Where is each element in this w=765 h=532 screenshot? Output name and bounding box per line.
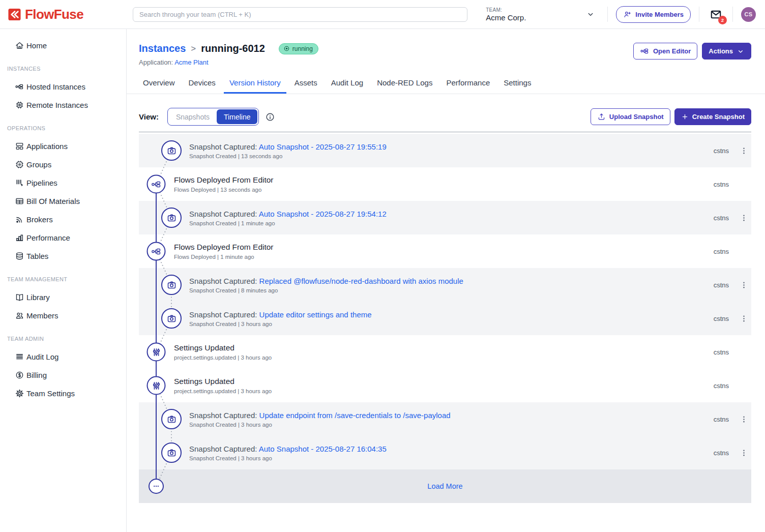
chevron-down-icon [737,47,745,55]
breadcrumb-instances[interactable]: Instances [139,43,186,54]
timeline-row-user: cstns [714,382,729,390]
timeline-row-user: cstns [714,281,729,289]
sidebar-item-remote-instances[interactable]: Remote Instances [0,96,126,114]
snapshot-captured-label: Snapshot Captured: [189,210,259,218]
kebab-menu-button[interactable] [740,314,748,323]
snapshot-captured-label: Snapshot Captured: [189,310,259,319]
snapshot-link[interactable]: Auto Snapshot - 2025-08-27 19:55:19 [259,142,387,151]
snapshot-link[interactable]: Update editor settings and theme [259,310,372,319]
hosted-instances-icon [14,81,24,92]
sidebar-item-label: Groups [26,160,51,169]
sidebar-item-applications[interactable]: Applications [0,137,126,155]
timeline-row-subtitle: Snapshot Created | 1 minute ago [189,220,714,226]
load-more-link[interactable]: Load More [139,482,751,490]
sidebar-item-audit-log[interactable]: Audit Log [0,347,126,366]
tab-audit-log[interactable]: Audit Log [326,74,369,94]
tab-devices[interactable]: Devices [183,74,221,94]
view-toggle-timeline[interactable]: Timeline [217,109,257,124]
tab-overview[interactable]: Overview [137,74,181,94]
upload-snapshot-button[interactable]: Upload Snapshot [591,108,670,125]
notifications-button[interactable]: 2 [710,8,722,21]
billing-icon [14,370,24,380]
camera-icon [166,414,177,425]
sidebar-item-billing[interactable]: Billing [0,366,126,384]
snapshot-link[interactable]: Auto Snapshot - 2025-08-27 16:04:35 [259,445,387,453]
search-input[interactable] [133,7,467,22]
divider [607,7,608,22]
tab-performance[interactable]: Performance [440,74,495,94]
sidebar-item-tables[interactable]: Tables [0,247,126,265]
breadcrumb: Instances > running-6012 running [139,43,318,54]
kebab-menu-button[interactable] [740,449,748,457]
divider [699,7,699,22]
flowfuse-logo[interactable]: FlowFuse [0,7,127,22]
camera-icon [166,313,177,324]
sidebar-item-team-settings[interactable]: Team Settings [0,384,126,402]
timeline-row-title: Snapshot Captured: Update editor setting… [189,310,714,319]
snapshot-captured-label: Snapshot Captured: [189,142,259,151]
timeline-row-snapshot: Snapshot Captured: Replaced @flowfuse/no… [139,268,751,302]
sidebar-item-members[interactable]: Members [0,306,126,324]
version-history-timeline: Snapshot Captured: Auto Snapshot - 2025-… [139,134,751,503]
kebab-menu-button[interactable] [740,146,748,155]
kebab-menu-button[interactable] [740,281,748,289]
kebab-menu-button[interactable] [740,214,748,222]
snapshot-node [161,275,182,295]
snapshot-link[interactable]: Replaced @flowfuse/node-red-dashboard wi… [259,277,463,285]
open-editor-label: Open Editor [653,47,691,55]
status-label: running [292,45,313,52]
team-label: TEAM: [486,7,502,13]
tab-node-red-logs[interactable]: Node-RED Logs [371,74,438,94]
create-snapshot-button[interactable]: Create Snapshot [674,108,751,125]
camera-icon [166,145,177,156]
sidebar-item-library[interactable]: Library [0,288,126,306]
settings-updated-icon [151,346,162,358]
view-toggle-snapshots[interactable]: Snapshots [169,109,217,124]
sidebar-item-groups[interactable]: Groups [0,155,126,173]
camera-icon [166,448,177,458]
more-node [149,479,164,494]
separator [139,132,751,132]
chevron-down-icon[interactable] [586,10,595,19]
sidebar-item-label: Pipelines [26,179,57,187]
snapshot-link[interactable]: Auto Snapshot - 2025-08-27 19:54:12 [259,210,387,218]
pipelines-icon [14,178,24,188]
timeline-row-event: Flows Deployed From EditorFlows Deployed… [139,167,751,201]
sidebar-item-label: Applications [26,142,68,151]
tab-version-history[interactable]: Version History [224,74,286,94]
snapshot-captured-label: Snapshot Captured: [189,277,259,285]
flows-deployed-icon [151,179,162,190]
sidebar-item-hosted-instances[interactable]: Hosted Instances [0,77,126,96]
sidebar-item-performance[interactable]: Performance [0,228,126,247]
timeline-row-snapshot: Snapshot Captured: Auto Snapshot - 2025-… [139,134,751,167]
sidebar-item-bill-of-materials[interactable]: Bill Of Materials [0,192,126,210]
timeline-row-user: cstns [714,416,729,423]
invite-user-icon [623,10,632,19]
instance-tabs: OverviewDevicesVersion HistoryAssetsAudi… [127,74,765,94]
timeline-row-snapshot: Snapshot Captured: Update editor setting… [139,302,751,335]
avatar[interactable]: CS [741,7,756,22]
node-red-editor-icon [640,46,650,56]
team-selector[interactable]: TEAM: Acme Corp. [486,7,526,22]
application-link[interactable]: Acme Plant [174,58,208,66]
invite-members-button[interactable]: Invite Members [616,6,691,23]
snapshot-node [161,442,182,463]
open-editor-button[interactable]: Open Editor [633,43,697,60]
applications-icon [14,141,24,151]
info-icon[interactable] [265,112,275,122]
library-icon [14,292,24,302]
timeline-row-load-more: Load More [139,469,751,503]
kebab-menu-button[interactable] [740,415,748,424]
tab-assets[interactable]: Assets [289,74,323,94]
actions-label: Actions [709,47,733,55]
sidebar-item-home[interactable]: Home [0,36,126,54]
actions-button[interactable]: Actions [702,43,751,60]
sidebar-item-brokers[interactable]: Brokers [0,210,126,228]
top-bar: FlowFuse TEAM: Acme Corp. Invite Members… [0,0,765,29]
sidebar-item-pipelines[interactable]: Pipelines [0,173,126,192]
timeline-row-user: cstns [714,315,729,322]
snapshot-link[interactable]: Update endpoint from /save-credentials t… [259,411,451,420]
timeline-row-subtitle: project.settings.updated | 3 hours ago [174,354,714,361]
sidebar-section-label: TEAM ADMIN [7,336,126,342]
tab-settings[interactable]: Settings [498,74,537,94]
